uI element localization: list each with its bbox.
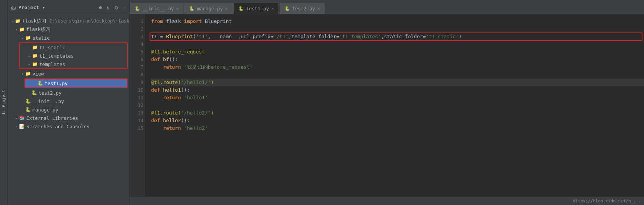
code-line-12 (151, 102, 644, 109)
tab-init-close[interactable]: ✕ (176, 6, 179, 11)
folder-icon: 📁 (15, 18, 21, 24)
tree-label: __init__.py (32, 98, 64, 104)
tab-test2-close[interactable]: ✕ (317, 6, 320, 11)
sidebar-item-test2py[interactable]: 🐍 test2.py (8, 89, 129, 97)
line-num-11: 11 (131, 94, 143, 102)
sidebar-item-external-libs[interactable]: ▸ 📚 External Libraries (8, 114, 129, 122)
line-num-13: 13 (131, 109, 143, 117)
tab-test1-close[interactable]: ✕ (271, 6, 274, 11)
tree-label: Scratches and Consoles (26, 124, 90, 129)
sidebar-header: 🗂 Project ▾ ⊕ ⇅ ⚙ − (8, 0, 129, 15)
sidebar-item-flask-root[interactable]: ▾ 📁 flask练习 C:\Users\qinfan\Desktop\flas… (8, 17, 129, 25)
tree-label: flask练习 C:\Users\qinfan\Desktop\flask (22, 18, 129, 24)
tab-test2-icon: 🐍 (285, 6, 290, 11)
vertical-project-tab[interactable]: 1: Project (0, 0, 8, 205)
layout-icon[interactable]: ⇅ (106, 4, 111, 11)
code-content[interactable]: from flask import Blueprint t1 = Bluepri… (145, 15, 644, 197)
tab-test1[interactable]: 🐍 test1.py ✕ (233, 3, 279, 14)
settings-icon[interactable]: ⚙ (114, 4, 118, 11)
vertical-tab-label: 1: Project (1, 90, 6, 115)
sidebar-item-flask-sub[interactable]: ▾ 📁 flask练习 (8, 25, 129, 34)
folder-icon: 📁 (25, 35, 31, 40)
tab-manage-close[interactable]: ✕ (225, 6, 228, 11)
add-icon[interactable]: ⊕ (98, 4, 103, 11)
project-icon: 🗂 (11, 5, 16, 11)
sidebar-item-t1-static[interactable]: 📁 t1_static (20, 43, 127, 52)
tab-test1-icon: 🐍 (238, 6, 244, 11)
tree-label: t1_templates (39, 53, 74, 59)
python-init-icon: 🐍 (25, 98, 31, 104)
line-num-9: 9 (131, 79, 143, 86)
tab-test2-label: test2.py (292, 6, 315, 11)
arrow-icon: ▸ (20, 36, 25, 40)
code-line-1: from flask import Blueprint (151, 18, 644, 25)
sidebar-item-init[interactable]: 🐍 __init__.py (8, 97, 129, 105)
line-num-3: 3 (131, 33, 143, 40)
arrow-icon: ▾ (14, 27, 19, 32)
status-bar: https://blog.csdn.net/q_... (130, 197, 644, 205)
tree-label: t1_static (39, 45, 65, 50)
sidebar-tree: ▾ 📁 flask练习 C:\Users\qinfan\Desktop\flas… (8, 15, 129, 205)
arrow-icon: ▸ (14, 124, 19, 129)
sidebar-item-static[interactable]: ▸ 📁 static (8, 34, 129, 42)
folder-icon: 📁 (25, 71, 31, 76)
line-num-15: 15 (131, 124, 143, 132)
tab-init[interactable]: 🐍 __init__.py ✕ (130, 3, 184, 14)
tab-test2[interactable]: 🐍 test2.py ✕ (280, 3, 325, 14)
project-sidebar: 🗂 Project ▾ ⊕ ⇅ ⚙ − ▾ 📁 flask练习 C:\Users… (8, 0, 130, 205)
tree-label: External Libraries (26, 115, 78, 121)
line-num-1: 1 (131, 18, 143, 25)
editor-main: 🐍 __init__.py ✕ 🐍 manage.py ✕ 🐍 test1.py… (130, 0, 644, 205)
tab-manage[interactable]: 🐍 manage.py ✕ (184, 3, 232, 14)
line-num-7: 7 (131, 63, 143, 71)
sidebar-item-manage[interactable]: 🐍 manage.py (8, 105, 129, 114)
arrow-icon: ▾ (11, 19, 15, 23)
arrow-icon: ▾ (20, 72, 25, 76)
folder-icon: 📁 (32, 45, 38, 50)
code-line-6: def bf(): (151, 56, 644, 63)
python-file-icon: 🐍 (31, 90, 37, 95)
tree-label: test2.py (39, 90, 61, 96)
code-line-2 (151, 25, 644, 33)
tree-label: view (32, 71, 44, 77)
red-box-test1: 🐍 test1.py (24, 78, 128, 88)
line-numbers: 1 2 3 4 5 6 7 8 9 10 11 12 13 14 15 (130, 15, 145, 197)
project-title: Project ▾ (18, 5, 96, 10)
code-line-8 (151, 71, 644, 79)
code-line-14: def hello2(): (151, 117, 644, 124)
sidebar-item-templates[interactable]: ▸ 📁 templates (20, 60, 127, 68)
line-num-2: 2 (131, 25, 143, 33)
minimize-icon[interactable]: − (122, 4, 126, 11)
tree-label: test1.py (45, 81, 68, 86)
code-line-10: def hello1(): (151, 86, 644, 94)
tab-init-icon: 🐍 (135, 6, 140, 11)
line-num-12: 12 (131, 102, 143, 109)
line-num-6: 6 (131, 56, 143, 63)
code-line-13: @t1.route('/hello2/') (151, 109, 644, 117)
status-url[interactable]: https://blog.csdn.net/q_... (573, 199, 641, 203)
python-file-icon: 🐍 (37, 81, 43, 86)
sidebar-item-scratches[interactable]: ▸ 📝 Scratches and Consoles (8, 122, 129, 131)
tree-label: templates (39, 61, 65, 67)
code-line-5: @t1.before_request (151, 48, 644, 56)
line-num-4: 4 (131, 40, 143, 48)
tab-bar: 🐍 __init__.py ✕ 🐍 manage.py ✕ 🐍 test1.py… (130, 0, 644, 15)
python-file-icon: 🐍 (25, 107, 31, 112)
folder-icon: 📁 (32, 61, 38, 67)
line-num-8: 8 (131, 71, 143, 79)
red-box-folders: 📁 t1_static ▸ 📁 t1_templates ▸ 📁 templat… (19, 42, 128, 69)
line-num-14: 14 (131, 117, 143, 124)
tab-init-label: __init__.py (142, 6, 174, 11)
tree-label: static (32, 35, 50, 41)
tab-manage-icon: 🐍 (189, 6, 195, 11)
folder-icon: 📁 (19, 27, 25, 32)
line-num-10: 10 (131, 86, 143, 94)
sidebar-item-view[interactable]: ▾ 📁 view (8, 69, 129, 78)
sidebar-item-t1-templates[interactable]: ▸ 📁 t1_templates (20, 52, 127, 60)
arrow-icon: ▸ (27, 54, 32, 58)
scratch-icon: 📝 (19, 124, 25, 129)
code-line-4 (151, 40, 644, 48)
sidebar-item-test1py[interactable]: 🐍 test1.py (25, 79, 127, 87)
code-line-9: @t1.route('/hello1/') (151, 79, 644, 86)
tab-manage-label: manage.py (197, 6, 223, 11)
